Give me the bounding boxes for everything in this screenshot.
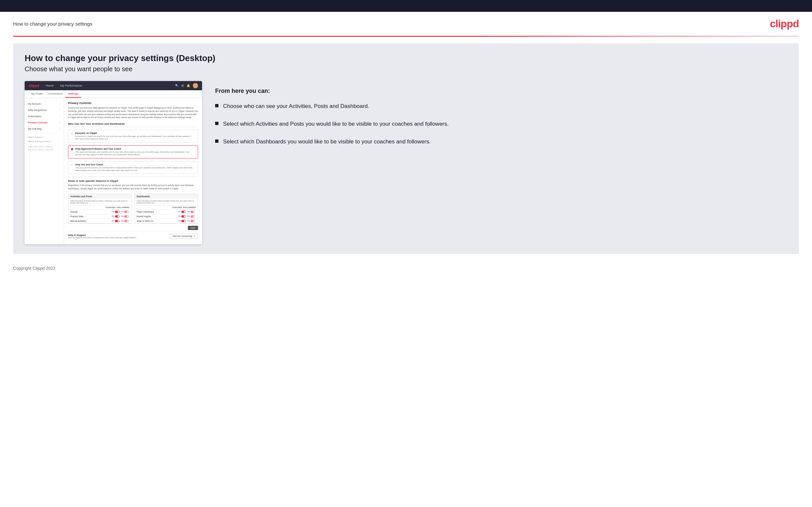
radio-everyone bbox=[71, 132, 73, 134]
mockup-subnav-settings: Settings bbox=[65, 90, 81, 98]
main-subheading: Choose what you want people to see bbox=[24, 65, 788, 73]
dashboards-desc: Select the types of activity that you'd … bbox=[135, 199, 198, 206]
mockup-nav-home: Home bbox=[46, 84, 54, 87]
rounds-followers-toggle bbox=[124, 211, 129, 213]
toggle-manual: Manual Activities ON ON bbox=[68, 219, 132, 223]
chevron-icon: › bbox=[60, 103, 60, 105]
bullet-item-2: Select which Activities and Posts you wo… bbox=[215, 120, 788, 128]
mockup-nav-performance: My Performance bbox=[60, 84, 82, 87]
option-you-coach: Only You and Your Coach Only you and the… bbox=[68, 161, 198, 174]
search-icon: 🔍 bbox=[175, 84, 179, 87]
sidebar-item-privacy: Privacy Controls › bbox=[24, 119, 64, 126]
mockup-subnav: My Profile Connections Settings bbox=[24, 90, 202, 98]
bullet-square-1 bbox=[215, 104, 218, 107]
logo: clippd bbox=[770, 18, 799, 30]
grid-icon: ⊞ bbox=[181, 84, 184, 87]
screenshot-mockup: clippd Home My Performance 🔍 ⊞ 🔔 My Prof… bbox=[24, 81, 202, 244]
save-row: Save bbox=[68, 224, 198, 231]
dashboards-header: Dashboards bbox=[135, 194, 198, 199]
show-hide-desc: Regardless of the privacy controls that … bbox=[68, 184, 198, 190]
toggle-practice: Practice Drills ON ON bbox=[68, 214, 132, 219]
insights-followers-toggle bbox=[191, 215, 195, 218]
toggle-player-dashboard: Player Dashboard ON ON bbox=[135, 210, 198, 214]
activities-posts-header: Activities and Posts bbox=[68, 194, 132, 199]
page-title: How to change your privacy settings bbox=[13, 21, 92, 26]
practice-followers-toggle bbox=[124, 215, 129, 218]
bullet-item-3: Select which Dashboards you would like t… bbox=[215, 138, 788, 146]
rounds-coaches-toggle bbox=[115, 211, 119, 213]
main-content: How to change your privacy settings (Des… bbox=[13, 43, 799, 254]
sidebar-item-subscription: Subscription › bbox=[24, 113, 64, 119]
help-row: Help & Support Visit our Clippd communit… bbox=[68, 231, 198, 241]
activities-cols: COACHES FOLLOWERS bbox=[68, 206, 132, 210]
mockup-nav-right: 🔍 ⊞ 🔔 bbox=[175, 83, 198, 88]
sidebar-item-golfbag: My Golf Bag › bbox=[24, 126, 64, 132]
practice-coaches-toggle bbox=[115, 215, 119, 218]
bullet-list: Choose who can see your Activities, Post… bbox=[215, 102, 788, 146]
mockup-main-panel: Privacy Controls Control how you and you… bbox=[64, 98, 202, 244]
radio-you-coach bbox=[71, 164, 73, 166]
privacy-controls-title: Privacy Controls bbox=[68, 101, 198, 105]
player-followers-toggle bbox=[191, 211, 195, 213]
mockup-sidebar: My Account › Data Integrations › Subscri… bbox=[24, 98, 64, 244]
dashboards-cols: COACHES FOLLOWERS bbox=[135, 206, 198, 210]
external-link-icon: ↗ bbox=[193, 235, 195, 238]
chevron-icon: › bbox=[60, 121, 60, 124]
bullet-text-2: Select which Activities and Posts you wo… bbox=[223, 120, 449, 128]
bullet-item-1: Choose who can see your Activities, Post… bbox=[215, 102, 788, 110]
insights-coaches-toggle bbox=[181, 215, 186, 218]
mockup-subnav-profile: My Profile bbox=[29, 90, 46, 98]
help-title: Help & Support bbox=[68, 234, 137, 237]
footer: Copyright Clippd 2022 bbox=[0, 261, 812, 276]
header: How to change your privacy settings clip… bbox=[0, 12, 812, 36]
from-here-text: From here you can: bbox=[215, 88, 788, 95]
sidebar-version: Clippd Client Version: 2022.8.2SQL Serve… bbox=[24, 144, 64, 153]
copyright-text: Copyright Clippd 2022 bbox=[13, 266, 55, 271]
radio-followers-coach bbox=[71, 148, 73, 150]
bullet-text-1: Choose who can see your Activities, Post… bbox=[223, 102, 369, 110]
bullet-square-3 bbox=[215, 139, 218, 143]
activities-posts-desc: Select the types of activity that you'd … bbox=[68, 199, 132, 206]
workOn-coaches-toggle bbox=[181, 220, 186, 222]
main-heading: How to change your privacy settings (Des… bbox=[24, 53, 788, 63]
sidebar-item-account: My Account › bbox=[24, 101, 64, 107]
workOn-followers-toggle bbox=[191, 220, 195, 222]
manual-followers-toggle bbox=[124, 220, 129, 222]
toggle-round-insights: Round Insights ON ON bbox=[135, 214, 198, 219]
option-followers-coach: Only Approved Followers and Your Coach O… bbox=[68, 146, 198, 159]
top-bar bbox=[0, 0, 812, 12]
mockup-logo: clippd bbox=[29, 84, 39, 88]
option-everyone: Everyone on Clippd Everyone on Clippd ca… bbox=[68, 130, 198, 143]
chevron-icon: › bbox=[60, 115, 60, 117]
sidebar-help: Help & Support ↗ bbox=[24, 135, 64, 139]
activities-posts-table: Activities and Posts Select the types of… bbox=[68, 193, 132, 224]
manual-coaches-toggle bbox=[115, 220, 119, 222]
right-column: From here you can: Choose who can see yo… bbox=[215, 81, 788, 155]
chevron-icon: › bbox=[60, 128, 60, 130]
mockup-subnav-connections: Connections bbox=[46, 90, 65, 98]
save-button[interactable]: Save bbox=[188, 226, 198, 230]
bullet-square-2 bbox=[215, 122, 218, 125]
avatar bbox=[193, 83, 198, 88]
visit-community-button[interactable]: Visit Our Community ↗ bbox=[170, 234, 198, 239]
show-hide-title: Show or hide specific features in Clippd bbox=[68, 177, 198, 182]
sidebar-item-data: Data Integrations › bbox=[24, 107, 64, 113]
toggle-rounds: Rounds ON ON bbox=[68, 210, 132, 214]
bullet-text-3: Select which Dashboards you would like t… bbox=[223, 138, 430, 146]
two-col-layout: clippd Home My Performance 🔍 ⊞ 🔔 My Prof… bbox=[24, 81, 788, 244]
player-coaches-toggle bbox=[181, 211, 186, 213]
bell-icon: 🔔 bbox=[187, 84, 190, 87]
toggle-what-to-work: What To Work On ON ON bbox=[135, 219, 198, 223]
sidebar-privacy-policy: Service & Privacy Policy ↗ bbox=[24, 139, 64, 144]
who-can-see-title: Who Can See Your Activities and Dashboar… bbox=[68, 122, 198, 127]
chevron-icon: › bbox=[60, 109, 60, 111]
mockup-body: My Account › Data Integrations › Subscri… bbox=[24, 98, 202, 244]
help-desc: Visit our Clippd community to troublesho… bbox=[68, 237, 137, 238]
dashboards-table: Dashboards Select the types of activity … bbox=[134, 193, 198, 224]
privacy-controls-desc: Control how you and your data appears to… bbox=[68, 106, 198, 119]
mockup-nav: clippd Home My Performance 🔍 ⊞ 🔔 bbox=[24, 81, 202, 90]
toggle-tables: Activities and Posts Select the types of… bbox=[68, 193, 198, 224]
header-divider bbox=[13, 36, 799, 37]
